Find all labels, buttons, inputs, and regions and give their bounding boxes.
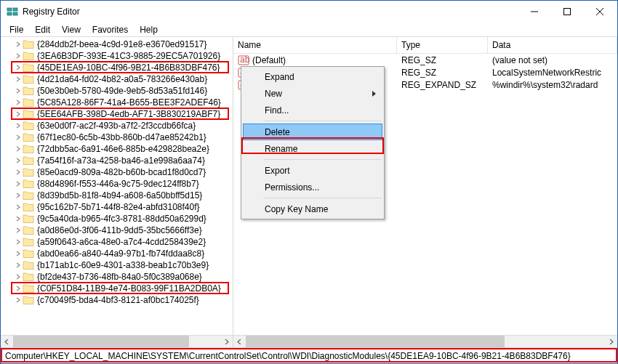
maximize-button[interactable] <box>550 1 583 23</box>
folder-icon <box>23 271 34 283</box>
tree-item[interactable]: {50e3b0eb-5780-49de-9eb5-8d53a51fd146} <box>1 85 233 97</box>
statusbar: Computer\HKEY_LOCAL_MACHINE\SYSTEM\Curre… <box>1 347 617 363</box>
chevron-right-icon <box>14 98 23 107</box>
content-area: {284ddb2f-beea-4c9d-91e8-e3670ed91517}{3… <box>1 36 617 347</box>
tree-item[interactable]: {a0d86e0d-3f06-411b-9dd5-35bc5666ff3e} <box>1 225 233 236</box>
tree-item[interactable]: {63e0d0f7-ac2f-493b-a7f2-2f3ccdb66fca} <box>1 120 233 132</box>
tree-label: {50e3b0eb-5780-49de-9eb5-8d53a51fd146} <box>37 86 207 96</box>
chevron-right-icon <box>14 133 23 142</box>
chevron-right-icon <box>14 249 23 258</box>
folder-icon <box>23 108 34 120</box>
minimize-button[interactable] <box>518 1 550 23</box>
tree-label: {abd0ea66-a840-44a9-97b1-fb74fddaa8c8} <box>37 248 204 259</box>
tree-item[interactable]: {3EA6B3DF-393E-41C3-9885-29EC5A701926} <box>1 50 233 62</box>
chevron-right-icon <box>14 75 23 84</box>
tree-label: {8d39bd5b-81f8-4b94-a608-6a50bbff5d15} <box>37 190 202 201</box>
tree-label: {67f1ec80-6c5b-43bb-860b-d47ae85242b1} <box>37 132 206 142</box>
tree-item[interactable]: {9c5a40da-b965-4fc3-8781-88dd50a6299d} <box>1 213 233 225</box>
chevron-right-icon <box>14 214 23 223</box>
menubar: File Edit View Favorites Help <box>1 23 617 36</box>
context-menu: Expand New Find... Delete Rename Export … <box>241 66 385 219</box>
scroll-thumb[interactable] <box>246 336 505 348</box>
tree-item[interactable]: {4d21da64-fd02-4b82-a0a5-783266e430ab} <box>1 73 233 85</box>
folder-icon <box>23 259 34 271</box>
cm-expand[interactable]: Expand <box>243 68 382 85</box>
registry-tree[interactable]: {284ddb2f-beea-4c9d-91e8-e3670ed91517}{3… <box>1 37 233 306</box>
chevron-right-icon <box>14 121 23 130</box>
tree-pane: {284ddb2f-beea-4c9d-91e8-e3670ed91517}{3… <box>1 37 233 347</box>
column-data[interactable]: Data <box>488 37 617 53</box>
list-hscrollbar[interactable] <box>233 335 617 347</box>
cm-separator <box>263 121 382 121</box>
folder-icon <box>23 155 34 166</box>
tree-label: {45DE1EA9-10BC-4f96-9B21-4B6B83DBF476} <box>37 62 220 73</box>
folder-icon <box>23 236 34 248</box>
tree-item[interactable]: {95c162b7-5b71-44f8-82e4-abfd3108f40f} <box>1 201 233 213</box>
menu-edit[interactable]: Edit <box>29 23 56 36</box>
cm-separator <box>263 198 382 198</box>
chevron-right-icon <box>14 238 23 246</box>
cm-copy-key-name[interactable]: Copy Key Name <box>243 201 382 217</box>
folder-icon <box>23 178 34 190</box>
tree-item[interactable]: {bf2de437-b736-48fb-84a0-5f0c389a068e} <box>1 271 233 283</box>
scroll-right-button[interactable] <box>605 336 617 348</box>
scroll-track[interactable] <box>13 336 220 348</box>
tree-item[interactable]: {abd0ea66-a840-44a9-97b1-fb74fddaa8c8} <box>1 248 233 259</box>
tree-item[interactable]: {a59f0643-a6ca-48e0-a7c4-4cdd258439e2} <box>1 236 233 248</box>
submenu-arrow-icon <box>372 91 377 97</box>
tree-label: {72dbb5ac-6a91-46e6-885b-e429828bea2e} <box>37 144 209 154</box>
tree-item[interactable]: {45DE1EA9-10BC-4f96-9B21-4B6B83DBF476} <box>1 62 233 73</box>
svg-rect-5 <box>563 9 570 15</box>
column-type[interactable]: Type <box>397 37 488 53</box>
cm-find[interactable]: Find... <box>243 102 382 118</box>
list-pane: Name Type Data ab(Default)REG_SZ(value n… <box>233 37 617 347</box>
tree-item[interactable]: {88d4896f-f553-446a-9c75-9dec124ff8b7} <box>1 178 233 190</box>
tree-item[interactable]: {67f1ec80-6c5b-43bb-860b-d47ae85242b1} <box>1 132 233 143</box>
tree-item[interactable]: {5C85A128-86F7-41a4-B655-BEE3F2ADEF46} <box>1 97 233 108</box>
scroll-right-button[interactable] <box>220 336 233 348</box>
scroll-left-button[interactable] <box>1 336 13 348</box>
tree-item[interactable]: {C0F51D84-11B9-4e74-B083-99F11BA2DB0A} <box>1 283 233 294</box>
folder-icon <box>23 294 34 306</box>
column-name[interactable]: Name <box>233 37 397 53</box>
tree-item[interactable]: {72dbb5ac-6a91-46e6-885b-e429828bea2e} <box>1 143 233 155</box>
folder-icon <box>23 39 34 50</box>
menu-view[interactable]: View <box>56 23 87 36</box>
chevron-right-icon <box>14 63 23 72</box>
folder-icon <box>23 73 34 85</box>
cm-permissions[interactable]: Permissions... <box>243 179 382 195</box>
window-title: Registry Editor <box>23 7 518 17</box>
svg-rect-1 <box>7 12 12 15</box>
tree-item[interactable]: {7a54f16f-a73a-4258-ba46-a1e998a6aa74} <box>1 155 233 166</box>
tree-item[interactable]: {b171ab1c-60e9-4301-a338-beab1c70b3e9} <box>1 259 233 271</box>
menu-file[interactable]: File <box>4 23 29 36</box>
chevron-right-icon <box>14 168 23 177</box>
svg-rect-0 <box>7 8 12 11</box>
cm-export[interactable]: Export <box>243 162 382 179</box>
tree-label: {a0d86e0d-3f06-411b-9dd5-35bc5666ff3e} <box>37 225 202 235</box>
cm-new[interactable]: New <box>243 85 382 102</box>
menu-help[interactable]: Help <box>134 23 164 36</box>
chevron-right-icon <box>14 52 23 60</box>
close-button[interactable] <box>583 1 616 23</box>
tree-label: {b171ab1c-60e9-4301-a338-beab1c70b3e9} <box>37 260 209 270</box>
list-row[interactable]: ab(Default)REG_SZ(value not set) <box>233 54 617 66</box>
cm-rename[interactable]: Rename <box>243 140 382 157</box>
tree-item[interactable]: {c70049f5-bda4-4bf3-8121-af0bc174025f} <box>1 294 233 306</box>
tree-hscrollbar[interactable] <box>1 335 233 347</box>
scroll-left-button[interactable] <box>233 336 246 348</box>
folder-icon <box>23 213 34 225</box>
menu-favorites[interactable]: Favorites <box>87 23 134 36</box>
tree-item[interactable]: {85e0acd9-809a-482b-b60b-bcad1f8d0cd7} <box>1 166 233 178</box>
tree-item[interactable]: {284ddb2f-beea-4c9d-91e8-e3670ed91517} <box>1 39 233 50</box>
folder-icon <box>23 97 34 108</box>
tree-label: {a59f0643-a6ca-48e0-a7c4-4cdd258439e2} <box>37 237 206 247</box>
scroll-track[interactable] <box>246 336 605 348</box>
tree-item[interactable]: {5EE64AFB-398D-4edb-AF71-3B830219ABF7} <box>1 108 233 120</box>
chevron-right-icon <box>14 284 23 293</box>
tree-item[interactable]: {8d39bd5b-81f8-4b94-a608-6a50bbff5d15} <box>1 190 233 201</box>
cm-delete[interactable]: Delete <box>243 124 382 140</box>
tree-label: {85e0acd9-809a-482b-b60b-bcad1f8d0cd7} <box>37 167 206 177</box>
scroll-thumb[interactable] <box>13 336 189 348</box>
tree-label: {3EA6B3DF-393E-41C3-9885-29EC5A701926} <box>37 51 220 61</box>
